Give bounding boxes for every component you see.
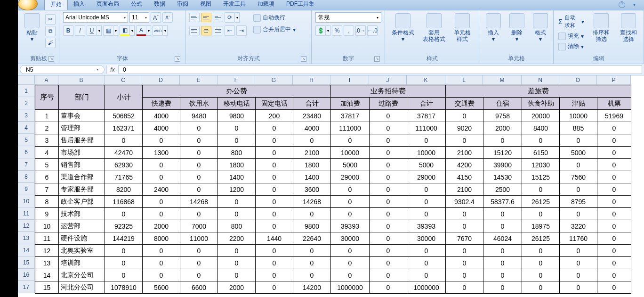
cell[interactable]: 1000000 (331, 281, 370, 294)
cell[interactable]: 0 (143, 159, 180, 171)
cell[interactable]: 4000 (143, 110, 180, 122)
cell[interactable]: 0 (143, 196, 180, 208)
cell[interactable]: 0 (597, 134, 631, 147)
percent-button[interactable]: % (332, 25, 342, 36)
fill-button[interactable]: 填充 ▾ (557, 32, 585, 41)
col-header-K[interactable]: K (407, 75, 445, 85)
header-cell[interactable]: 伙食补助 (522, 98, 560, 110)
cell[interactable]: 2100 (446, 147, 483, 159)
col-header-C[interactable]: C (105, 75, 142, 85)
cell[interactable]: 0 (180, 245, 218, 257)
cell[interactable]: 0 (560, 159, 597, 171)
cell[interactable]: 2000 (483, 122, 522, 134)
cell[interactable]: 58377.6 (483, 196, 522, 208)
cell[interactable]: 0 (218, 269, 256, 281)
header-cell[interactable]: 合计 (293, 98, 331, 110)
tab-9[interactable]: PDF工具集 (281, 0, 321, 10)
cell[interactable]: 0 (293, 134, 331, 147)
tab-1[interactable]: 插入 (68, 0, 91, 10)
row-header-4[interactable]: 4 (18, 122, 35, 134)
cell[interactable]: 14268 (180, 196, 218, 208)
header-cell[interactable]: 序号 (35, 85, 59, 110)
cell[interactable]: 0 (143, 257, 180, 269)
cell[interactable]: 39393 (331, 220, 370, 232)
row-header-6[interactable]: 6 (18, 146, 35, 158)
cell[interactable]: 0 (483, 134, 522, 147)
cell[interactable]: 0 (483, 220, 522, 232)
cell[interactable]: 0 (256, 171, 293, 183)
cell[interactable]: 0 (370, 245, 407, 257)
decrease-decimal-button[interactable]: ←.0 (367, 25, 378, 36)
cell[interactable]: 9800 (293, 220, 331, 232)
cell[interactable]: 0 (560, 269, 597, 281)
header-cell[interactable]: 固定电话 (256, 98, 293, 110)
name-box[interactable]: N5▾ (20, 65, 105, 74)
clear-button[interactable]: 清除 ▾ (557, 42, 585, 51)
fx-button[interactable]: fx (106, 65, 119, 74)
cell[interactable]: 1 (35, 110, 59, 122)
tab-0[interactable]: 开始 (44, 0, 68, 10)
cell[interactable]: 7 (35, 183, 59, 196)
cell[interactable]: 0 (105, 257, 143, 269)
cell[interactable]: 5000 (560, 147, 597, 159)
select-all-corner[interactable] (18, 75, 35, 85)
clipboard-dialog-icon[interactable]: ↘ (48, 56, 54, 62)
cell[interactable]: 1440 (256, 232, 293, 245)
cell[interactable]: 培训部 (59, 257, 105, 269)
cell[interactable]: 0 (105, 134, 143, 147)
cell[interactable]: 0 (407, 269, 446, 281)
cell[interactable]: 0 (522, 257, 560, 269)
cell[interactable]: 0 (446, 257, 483, 269)
cell[interactable]: 0 (105, 208, 143, 220)
cell[interactable]: 0 (293, 269, 331, 281)
cell[interactable]: 2100 (446, 183, 483, 196)
col-header-B[interactable]: B (58, 75, 105, 85)
cell[interactable]: 20000 (522, 110, 560, 122)
cell[interactable]: 0 (143, 134, 180, 147)
increase-indent-button[interactable]: ⇥ (236, 25, 247, 36)
cell[interactable]: 0 (560, 208, 597, 220)
cell[interactable]: 北京分公司 (59, 269, 105, 281)
tab-3[interactable]: 公式 (125, 0, 148, 10)
cell[interactable]: 144219 (105, 232, 143, 245)
cell[interactable]: 2200 (218, 232, 256, 245)
cell[interactable]: 0 (218, 134, 256, 147)
cell[interactable]: 0 (256, 257, 293, 269)
align-left-button[interactable] (189, 26, 200, 35)
cell[interactable]: 0 (483, 208, 522, 220)
col-header-I[interactable]: I (330, 75, 369, 85)
cell[interactable]: 5000 (407, 159, 446, 171)
cell[interactable]: 1078910 (105, 281, 143, 294)
cell[interactable]: 0 (522, 245, 560, 257)
header-cell[interactable]: 住宿 (483, 98, 522, 110)
col-header-H[interactable]: H (293, 75, 330, 85)
align-middle-button[interactable] (201, 13, 211, 22)
col-header-L[interactable]: L (445, 75, 483, 85)
cell[interactable]: 0 (370, 122, 407, 134)
cell[interactable]: 0 (483, 269, 522, 281)
cell[interactable]: 42470 (105, 147, 143, 159)
cell[interactable]: 39900 (483, 159, 522, 171)
cell[interactable]: 0 (180, 208, 218, 220)
header-cell[interactable]: 津贴 (560, 98, 597, 110)
cell[interactable]: 6150 (522, 147, 560, 159)
cell[interactable]: 0 (522, 281, 560, 294)
cell[interactable]: 0 (180, 147, 218, 159)
row-header-15[interactable]: 15 (18, 256, 35, 269)
cell[interactable]: 0 (143, 171, 180, 183)
cell[interactable]: 15125 (522, 171, 560, 183)
italic-button[interactable]: I (75, 25, 85, 36)
decrease-indent-button[interactable]: ⇤ (225, 25, 235, 36)
underline-menu[interactable]: ▾ (97, 25, 102, 36)
cell[interactable]: 硬件设施 (59, 232, 105, 245)
cell[interactable]: 0 (407, 208, 446, 220)
cell[interactable]: 4200 (446, 159, 483, 171)
cell[interactable]: 0 (331, 208, 370, 220)
cell[interactable]: 0 (560, 281, 597, 294)
header-cell[interactable]: 交通费 (446, 98, 483, 110)
cell[interactable]: 11760 (560, 232, 597, 245)
cell[interactable]: 30000 (407, 232, 446, 245)
header-cell[interactable]: 差旅费 (446, 85, 631, 98)
cell[interactable]: 0 (597, 171, 631, 183)
cell[interactable]: 9800 (218, 110, 256, 122)
